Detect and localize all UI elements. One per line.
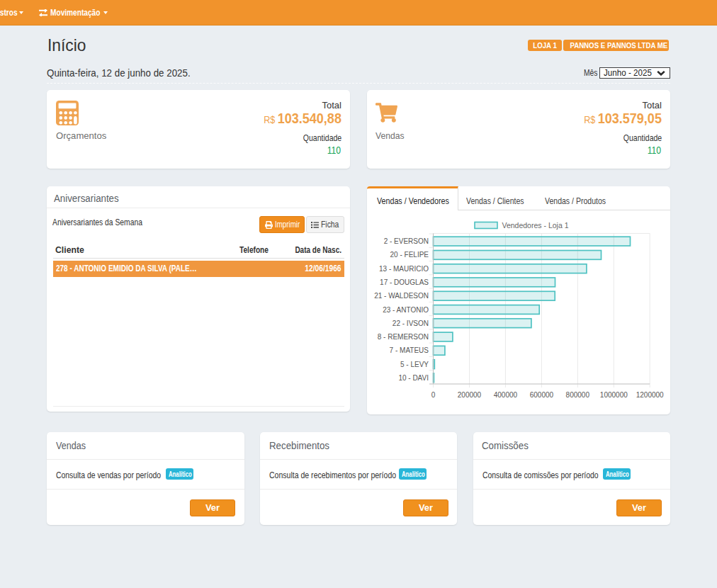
svg-text:7 - MATEUS: 7 - MATEUS <box>390 346 429 354</box>
svg-text:23 - ANTONIO: 23 - ANTONIO <box>383 306 429 314</box>
svg-text:17 - DOUGLAS: 17 - DOUGLAS <box>380 278 429 286</box>
svg-text:13 - MAURICIO: 13 - MAURICIO <box>379 265 429 273</box>
svg-text:200000: 200000 <box>458 391 482 399</box>
svg-text:400000: 400000 <box>494 391 518 399</box>
svg-text:10 - DAVI: 10 - DAVI <box>398 374 429 382</box>
svg-text:800000: 800000 <box>566 391 590 399</box>
svg-text:1000000: 1000000 <box>600 391 628 399</box>
svg-text:5 - LEVY: 5 - LEVY <box>400 361 429 368</box>
svg-text:20 - FELIPE: 20 - FELIPE <box>390 251 429 259</box>
svg-text:2 - EVERSON: 2 - EVERSON <box>384 237 429 245</box>
svg-text:8 - REMERSON: 8 - REMERSON <box>378 333 429 341</box>
svg-text:22 - IVSON: 22 - IVSON <box>393 320 429 327</box>
svg-text:Vendedores - Loja 1: Vendedores - Loja 1 <box>502 221 569 230</box>
svg-text:0: 0 <box>431 391 436 399</box>
svg-text:21 - WALDESON: 21 - WALDESON <box>374 292 429 300</box>
svg-text:600000: 600000 <box>530 391 554 399</box>
svg-text:1200000: 1200000 <box>636 391 664 399</box>
